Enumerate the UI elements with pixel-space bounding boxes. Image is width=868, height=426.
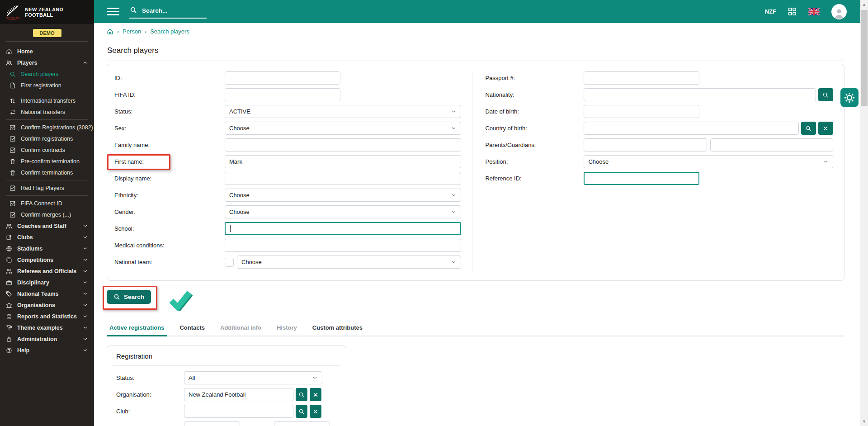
clear-button[interactable]: [310, 388, 321, 401]
tab-custom-attributes[interactable]: Custom attributes: [310, 324, 365, 336]
settings-gear-button[interactable]: [840, 88, 859, 107]
input-club[interactable]: [184, 405, 293, 418]
input-passport[interactable]: [584, 71, 699, 85]
sidebar-item-confirm-contracts[interactable]: Confirm contracts: [0, 144, 94, 156]
chevron-down-icon: [82, 313, 88, 319]
sidebar-item-competitions[interactable]: Competitions: [0, 254, 94, 265]
sidebar-item-help[interactable]: Help: [0, 345, 94, 356]
sidebar-item-home[interactable]: Home: [0, 46, 94, 57]
sidebar-item-red-flag-players[interactable]: Red Flag Players: [0, 182, 94, 194]
input-reference-id[interactable]: [584, 172, 699, 185]
sidebar-item-administration[interactable]: Administration: [0, 333, 94, 345]
sidebar-item-players[interactable]: Players: [0, 57, 94, 68]
field-label-text: FIFA ID:: [114, 91, 136, 98]
theme-icon: [6, 324, 13, 331]
breadcrumb-items: ›Person›Search players: [117, 28, 189, 35]
scroll-down-arrow-icon[interactable]: ▼: [860, 419, 868, 424]
scroll-up-arrow-icon[interactable]: ▲: [860, 2, 868, 7]
input-nationality[interactable]: [584, 88, 816, 101]
breadcrumb-item-person[interactable]: Person: [123, 28, 141, 35]
select-status[interactable]: All: [184, 371, 322, 384]
printer-icon: [6, 313, 13, 320]
search-button[interactable]: Search: [107, 290, 151, 304]
sidebar-item-organisations[interactable]: Organisations: [0, 299, 94, 311]
scrollbar-thumb[interactable]: [861, 10, 868, 106]
sidebar-item-confirm-terminations[interactable]: Confirm terminations: [0, 167, 94, 178]
select-gender[interactable]: Choose: [225, 205, 461, 218]
user-avatar[interactable]: [831, 4, 847, 19]
sidebar-item-reports-and-statistics[interactable]: Reports and Statistics: [0, 311, 94, 322]
tab-active-registrations[interactable]: Active registrations: [107, 324, 167, 336]
search-button[interactable]: [296, 405, 307, 418]
apps-grid-icon[interactable]: [788, 7, 797, 16]
sidebar-item-coaches-and-staff[interactable]: Coaches and Staff: [0, 220, 94, 232]
sidebar-item-search-players[interactable]: Search players: [0, 68, 94, 80]
sidebar-item-theme-examples[interactable]: Theme examples: [0, 322, 94, 333]
tab-history[interactable]: History: [274, 324, 300, 336]
sidebar-item-pre-confirm-termination[interactable]: Pre-confirm termination: [0, 156, 94, 167]
sidebar-item-national-transfers[interactable]: National transfers: [0, 106, 94, 118]
select-ethnicity[interactable]: Choose: [225, 189, 461, 202]
sidebar-item-national-teams[interactable]: National Teams: [0, 288, 94, 299]
input-display-name[interactable]: [225, 172, 461, 185]
select-position[interactable]: Choose: [584, 155, 833, 168]
input-id[interactable]: [225, 71, 340, 85]
page-scrollbar[interactable]: ▲ ▼: [860, 0, 868, 426]
hamburger-menu-icon[interactable]: [107, 8, 119, 15]
input-organisation[interactable]: New Zealand Football: [184, 388, 293, 401]
field-label: Status:: [114, 108, 225, 115]
search-button[interactable]: [818, 88, 833, 101]
search-form-card: ID:FIFA ID:Status:ACTIVESex:ChooseFamily…: [107, 64, 844, 281]
search-button[interactable]: [801, 122, 816, 135]
input-date-of-birth[interactable]: [584, 105, 699, 118]
input-club-fifa-id[interactable]: [184, 421, 240, 426]
breadcrumb-item-search-players[interactable]: Search players: [150, 28, 189, 35]
input-medical-conditions[interactable]: [225, 239, 461, 252]
topbar: NZF: [94, 0, 860, 23]
form-field-date-of-birth: Date of birth:: [485, 105, 833, 118]
tag-icon: [6, 290, 13, 298]
national-team-checkbox[interactable]: [225, 258, 234, 267]
select-national-team[interactable]: Choose: [237, 256, 461, 269]
topbar-right: NZF: [765, 4, 847, 19]
home-icon[interactable]: [107, 28, 113, 35]
sidebar-item-label: International transfers: [21, 98, 75, 104]
input-country-of-birth[interactable]: [584, 122, 799, 135]
menu-divider: [6, 195, 88, 196]
tab-contacts[interactable]: Contacts: [177, 324, 208, 336]
sidebar-item-referees-and-officials[interactable]: Referees and Officials: [0, 265, 94, 277]
search-icon: [113, 293, 120, 300]
sidebar-item-disciplinary[interactable]: Disciplinary: [0, 277, 94, 288]
chevron-down-icon: [451, 209, 457, 215]
language-flag-uk-icon[interactable]: [808, 8, 820, 15]
global-search[interactable]: [129, 5, 207, 19]
sidebar-item-label: Red Flag Players: [21, 185, 64, 191]
sidebar-item-international-transfers[interactable]: International transfers: [0, 95, 94, 106]
sidebar-item-fifa-connect-id[interactable]: FIFA Connect ID: [0, 198, 94, 209]
input-fifa-id[interactable]: [225, 88, 340, 101]
input-school[interactable]: [225, 222, 461, 235]
sidebar-item-clubs[interactable]: Clubs: [0, 232, 94, 243]
sidebar-item-confirm-merges[interactable]: Confirm merges (...): [0, 209, 94, 220]
chevron-down-icon: [451, 192, 457, 198]
tab-additional-info[interactable]: Additional info: [217, 324, 264, 336]
select-status[interactable]: ACTIVE: [225, 105, 461, 118]
sidebar-item-confirm-registrations[interactable]: Confirm registrations: [0, 133, 94, 144]
org-code-label[interactable]: NZF: [765, 8, 776, 15]
select-sex[interactable]: Choose: [225, 122, 461, 135]
clear-button[interactable]: [818, 122, 833, 135]
sidebar-item-label: Confirm Registrations (3082): [21, 124, 93, 131]
sidebar-item-confirm-registrations-3082[interactable]: Confirm Registrations (3082): [0, 122, 94, 133]
input-parents-guardians-2[interactable]: [710, 138, 833, 151]
search-button[interactable]: [296, 388, 307, 401]
breadcrumb: ›Person›Search players: [94, 23, 860, 40]
input-parents-guardians-1[interactable]: [584, 138, 707, 151]
clear-button[interactable]: [310, 405, 321, 418]
input-family-name[interactable]: [225, 138, 461, 151]
select-category[interactable]: Choose: [274, 421, 330, 426]
sidebar-item-first-registration[interactable]: First registration: [0, 80, 94, 91]
input-value: Mark: [229, 158, 242, 165]
sidebar-item-stadiums[interactable]: Stadiums: [0, 243, 94, 254]
input-first-name[interactable]: Mark: [225, 155, 461, 168]
global-search-input[interactable]: [141, 7, 195, 14]
